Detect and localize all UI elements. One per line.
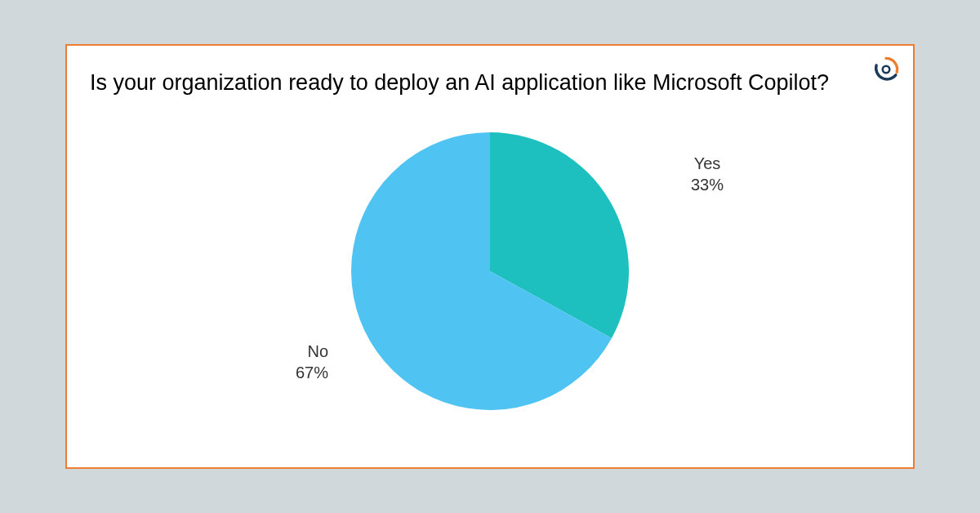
brand-logo-icon: [872, 56, 900, 83]
slice-label-no-name: No: [296, 341, 328, 362]
slice-label-yes-pct: 33%: [691, 174, 724, 195]
chart-title: Is your organization ready to deploy an …: [87, 70, 893, 96]
pie-chart: Yes 33% No 67%: [87, 104, 893, 439]
slice-label-yes: Yes 33%: [691, 153, 724, 195]
chart-card: Is your organization ready to deploy an …: [65, 44, 915, 469]
slice-label-no-pct: 67%: [296, 362, 328, 383]
slice-label-yes-name: Yes: [691, 153, 724, 174]
slice-label-no: No 67%: [296, 341, 328, 383]
pie-svg: [351, 132, 629, 410]
svg-point-0: [883, 66, 890, 74]
